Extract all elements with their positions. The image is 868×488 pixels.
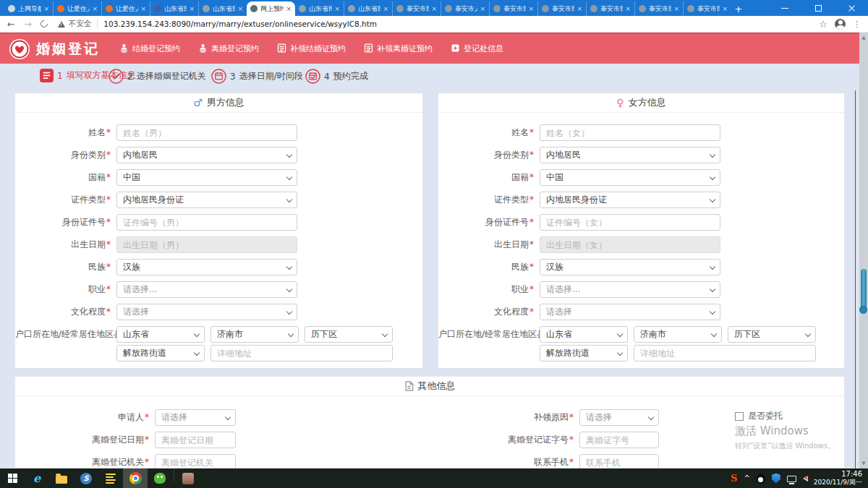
text-input[interactable] bbox=[116, 124, 297, 141]
tab-close-icon[interactable]: × bbox=[431, 5, 437, 12]
scroll-thumb-ball[interactable] bbox=[859, 306, 867, 314]
browser-tab[interactable]: 泰安市民× bbox=[683, 1, 731, 16]
tab-close-icon[interactable]: × bbox=[43, 5, 49, 12]
profile-avatar-icon[interactable] bbox=[835, 19, 846, 30]
nav-item-3[interactable]: 补领离婚证预约 bbox=[363, 43, 433, 56]
tab-close-icon[interactable]: × bbox=[722, 5, 728, 12]
scroll-thumb[interactable] bbox=[861, 269, 867, 309]
sogou-icon[interactable]: S bbox=[731, 474, 737, 483]
tab-close-icon[interactable]: × bbox=[140, 5, 146, 12]
select-field[interactable]: 中国 bbox=[540, 169, 720, 186]
address-bar[interactable]: 不安全 103.239.154.243:8090/marry/marry/ext… bbox=[58, 19, 812, 29]
tab-close-icon[interactable]: × bbox=[189, 5, 195, 12]
qq-icon[interactable] bbox=[757, 474, 765, 484]
region-select[interactable]: 历下区 bbox=[728, 326, 816, 343]
tab-close-icon[interactable]: × bbox=[383, 5, 388, 12]
new-tab-button[interactable]: + bbox=[731, 1, 746, 16]
region-select[interactable]: 历下区 bbox=[305, 326, 393, 343]
scroll-down-icon[interactable]: ▼ bbox=[859, 461, 868, 466]
text-input[interactable] bbox=[155, 454, 236, 468]
taskbar-start-button[interactable] bbox=[0, 468, 25, 488]
minimize-icon[interactable] bbox=[768, 0, 801, 16]
tab-close-icon[interactable]: × bbox=[92, 5, 98, 12]
tab-close-icon[interactable]: × bbox=[480, 5, 485, 12]
taskbar-notes-button[interactable] bbox=[98, 468, 123, 488]
select-field[interactable]: 中国 bbox=[116, 169, 297, 186]
security-label[interactable]: 不安全 bbox=[69, 19, 98, 29]
bookmark-star-icon[interactable]: ☆ bbox=[819, 19, 827, 30]
browser-tab[interactable]: 山东省民× bbox=[295, 1, 344, 16]
taskbar-ie-button[interactable]: e bbox=[25, 468, 49, 488]
text-input[interactable] bbox=[579, 432, 659, 448]
select-field[interactable]: 请选择... bbox=[540, 281, 720, 298]
close-icon[interactable] bbox=[835, 0, 868, 16]
tray-expand-icon[interactable]: ^ bbox=[744, 475, 749, 482]
step-item-3[interactable]: 3选择日期/时间段 bbox=[211, 69, 303, 84]
browser-tab[interactable]: 泰安市民× bbox=[392, 1, 441, 16]
select-field[interactable]: 内地居民身份证 bbox=[116, 192, 297, 208]
back-icon[interactable]: ← bbox=[7, 19, 15, 30]
select-field[interactable]: 内地居民 bbox=[540, 147, 720, 163]
select-field[interactable]: 汉族 bbox=[540, 259, 720, 275]
nav-item-4[interactable]: 登记处信息 bbox=[450, 43, 503, 56]
tab-close-icon[interactable]: × bbox=[237, 5, 243, 12]
browser-tab[interactable]: 泰安市民× bbox=[586, 1, 634, 16]
tab-close-icon[interactable]: × bbox=[673, 5, 679, 12]
address-input[interactable] bbox=[210, 345, 393, 361]
taskbar-wechat-button[interactable] bbox=[148, 468, 172, 488]
tab-close-icon[interactable]: × bbox=[576, 5, 582, 12]
select-field[interactable]: 汉族 bbox=[116, 259, 297, 275]
clock[interactable]: 17:46 2020/11/9/周一 bbox=[814, 470, 868, 487]
region-select[interactable]: 济南市 bbox=[634, 326, 722, 343]
refresh-icon[interactable] bbox=[39, 19, 49, 29]
browser-tab[interactable]: 让爱住人× bbox=[101, 1, 150, 16]
forward-icon[interactable]: → bbox=[24, 19, 32, 30]
select-field[interactable]: 内地居民 bbox=[116, 147, 297, 163]
select-field[interactable]: 请选择 bbox=[579, 409, 659, 426]
nav-item-1[interactable]: 离婚登记预约 bbox=[197, 43, 259, 56]
street-select[interactable]: 解放路街道 bbox=[540, 345, 628, 361]
entrust-checkbox[interactable] bbox=[735, 412, 744, 421]
page-url[interactable]: 103.239.154.243:8090/marry/marry/extuser… bbox=[103, 20, 377, 28]
address-input[interactable] bbox=[634, 345, 816, 361]
maximize-icon[interactable] bbox=[801, 0, 835, 16]
select-field[interactable]: 请选择 bbox=[116, 304, 297, 320]
region-select[interactable]: 济南市 bbox=[210, 326, 299, 343]
security-shield-icon[interactable] bbox=[772, 474, 780, 484]
step-item-4[interactable]: 4预约完成 bbox=[305, 69, 368, 84]
tab-close-icon[interactable]: × bbox=[334, 5, 340, 12]
browser-tab[interactable]: 泰安市民× bbox=[489, 1, 537, 16]
select-field[interactable]: 请选择... bbox=[116, 281, 297, 298]
taskbar-chrome-button[interactable] bbox=[123, 468, 148, 488]
browser-tab[interactable]: 泰安市民× bbox=[537, 1, 586, 16]
browser-tab[interactable]: 泰安市民× bbox=[634, 1, 683, 16]
region-select[interactable]: 山东省 bbox=[116, 326, 205, 343]
scrollbar[interactable]: ▲ ▼ bbox=[859, 33, 868, 468]
select-field[interactable]: 内地居民身份证 bbox=[540, 192, 720, 208]
nav-item-2[interactable]: 补领结婚证预约 bbox=[276, 43, 346, 56]
tab-close-icon[interactable]: × bbox=[625, 5, 631, 12]
network-icon[interactable] bbox=[787, 476, 796, 482]
browser-tab[interactable]: 让爱住人× bbox=[53, 1, 101, 16]
browser-tab[interactable]: 网上预约× bbox=[247, 1, 295, 16]
taskbar-stock-button[interactable]: S bbox=[74, 468, 98, 488]
text-input[interactable] bbox=[579, 454, 659, 468]
volume-muted-icon[interactable] bbox=[803, 476, 808, 481]
step-item-2[interactable]: 2选择婚姻登记机关 bbox=[109, 69, 206, 84]
taskbar-explorer-button[interactable] bbox=[49, 468, 74, 488]
text-input[interactable] bbox=[540, 124, 720, 141]
street-select[interactable]: 解放路街道 bbox=[116, 345, 205, 361]
region-select[interactable]: 山东省 bbox=[540, 326, 628, 343]
select-field[interactable]: 请选择 bbox=[155, 409, 236, 426]
taskbar-user-button[interactable] bbox=[176, 468, 200, 488]
text-input[interactable] bbox=[155, 432, 236, 448]
scroll-up-icon[interactable]: ▲ bbox=[859, 35, 868, 40]
text-input[interactable] bbox=[540, 214, 720, 231]
tab-close-icon[interactable]: × bbox=[286, 5, 292, 12]
browser-tab[interactable]: 泰安市人× bbox=[441, 1, 489, 16]
select-field[interactable]: 请选择 bbox=[540, 304, 720, 320]
tab-close-icon[interactable]: × bbox=[528, 5, 534, 12]
browser-tab[interactable]: 山东省民× bbox=[198, 1, 247, 16]
browser-menu-icon[interactable]: ⋮ bbox=[853, 20, 861, 29]
text-input[interactable] bbox=[116, 214, 297, 231]
